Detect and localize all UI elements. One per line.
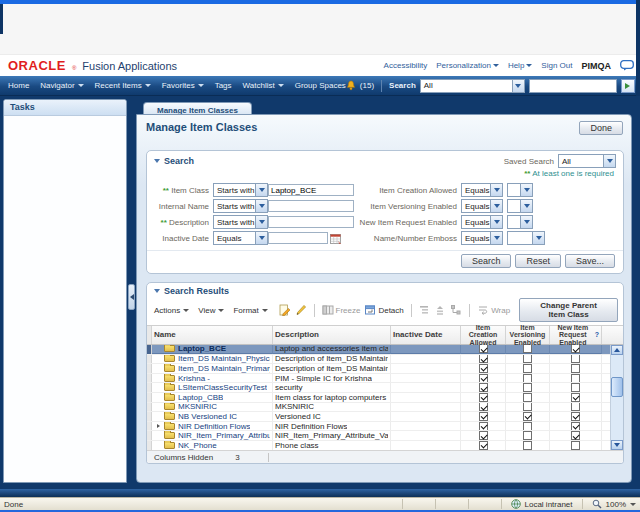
operator-select[interactable]: Starts with [213, 183, 268, 197]
scroll-down-icon[interactable] [611, 440, 623, 450]
item-versioning-checkbox[interactable] [523, 383, 532, 392]
item-class-link[interactable]: Item_DS Maintain_Primary+View It... [178, 364, 270, 373]
item-creation-checkbox[interactable] [479, 355, 488, 364]
column-header-inact[interactable]: Inactive Date [391, 326, 461, 344]
new-item-request-checkbox[interactable] [571, 403, 580, 412]
item-creation-checkbox[interactable] [479, 374, 488, 383]
nav-item-recent-items[interactable]: Recent Items [95, 81, 151, 90]
collapse-search-icon[interactable] [154, 159, 160, 163]
chevron-down-icon[interactable] [532, 232, 544, 244]
item-versioning-checkbox[interactable] [523, 403, 532, 412]
item-class-link[interactable]: Item_DS Maintain_Physical+View It... [178, 355, 270, 364]
global-link-accessibility[interactable]: Accessibility [384, 61, 428, 70]
chevron-down-icon[interactable] [255, 232, 267, 244]
item-class-link[interactable]: Krishna - [178, 374, 210, 383]
item-versioning-checkbox[interactable] [523, 422, 532, 431]
expand-icon[interactable] [154, 424, 162, 428]
search-go-icon[interactable] [621, 79, 635, 93]
column-header-nir[interactable]: New Item Request Enabled? [550, 326, 602, 344]
nav-item-group-spaces[interactable]: Group Spaces [295, 81, 346, 90]
item-creation-checkbox[interactable] [479, 403, 488, 412]
search-button[interactable]: Search [461, 254, 512, 268]
chevron-down-icon[interactable] [255, 184, 267, 196]
navbar-search-scope-select[interactable]: All [420, 79, 525, 93]
table-row[interactable]: NK_PhonePhone class [147, 441, 610, 450]
saved-search-select[interactable]: All [558, 154, 616, 168]
detach-icon[interactable]: Detach [364, 304, 403, 316]
zoom-icon[interactable] [592, 499, 602, 509]
table-row[interactable]: Laptop_CBBItem class for laptop computer… [147, 393, 610, 403]
item-versioning-checkbox[interactable] [523, 393, 532, 402]
new-item-request-checkbox[interactable] [571, 345, 580, 353]
operator-select[interactable]: Starts with [213, 215, 268, 229]
zoom-level[interactable]: 100% [606, 500, 626, 509]
new-item-request-checkbox[interactable] [571, 422, 580, 431]
splitter-collapse-handle[interactable] [128, 284, 135, 310]
go-up-icon[interactable] [418, 304, 430, 316]
menu-view[interactable]: View [198, 306, 224, 315]
menu-format[interactable]: Format [233, 306, 267, 315]
operator-select[interactable]: Equals [461, 183, 503, 197]
global-link-help[interactable]: Help [508, 61, 532, 70]
table-row[interactable]: Laptop_BCELaptop and accessories item cl… [147, 345, 610, 355]
operator-select[interactable]: Equals [461, 199, 503, 213]
item-creation-checkbox[interactable] [479, 393, 488, 402]
operator-select[interactable]: Equals [213, 231, 268, 245]
scrollbar-track[interactable] [611, 355, 623, 440]
chevron-down-icon[interactable] [520, 200, 532, 212]
operator-select[interactable]: Equals [461, 231, 503, 245]
new-item-request-checkbox[interactable] [571, 374, 580, 383]
column-header-desc[interactable]: Description [273, 326, 391, 344]
value-select[interactable] [507, 183, 533, 197]
chevron-down-icon[interactable] [603, 155, 615, 167]
item-class-link[interactable]: Laptop_BCE [178, 345, 226, 353]
new-item-request-checkbox[interactable] [571, 393, 580, 402]
panel-splitter[interactable] [127, 99, 136, 483]
change-parent-item-class-button[interactable]: Change Parent Item Class [519, 298, 618, 322]
global-link-personalization[interactable]: Personalization [436, 61, 499, 70]
reset-button[interactable]: Reset [515, 254, 561, 268]
item-creation-checkbox[interactable] [479, 422, 488, 431]
column-header-ive[interactable]: Item Versioning Enabled [506, 326, 550, 344]
collapse-results-icon[interactable] [154, 289, 160, 293]
zoom-dropdown-icon[interactable] [630, 503, 636, 506]
column-header-name[interactable]: Name [152, 326, 273, 344]
item-versioning-checkbox[interactable] [523, 355, 532, 364]
field-input-inactive-date[interactable] [268, 232, 328, 244]
item-creation-checkbox[interactable] [479, 412, 488, 421]
item-versioning-checkbox[interactable] [523, 441, 532, 450]
new-item-request-checkbox[interactable] [571, 441, 580, 450]
freeze-icon[interactable]: Freeze [322, 304, 361, 316]
table-row[interactable]: NB Versioned ICVersioned IC [147, 412, 610, 422]
table-row[interactable]: LSItemClassSecurityTestsecurity [147, 383, 610, 393]
item-versioning-checkbox[interactable] [523, 412, 532, 421]
item-creation-checkbox[interactable] [479, 441, 488, 450]
table-row[interactable]: NIR Definition FlowsNIR Definition Flows [147, 422, 610, 432]
item-versioning-checkbox[interactable] [523, 345, 532, 353]
navbar-search-input[interactable] [529, 79, 617, 93]
done-button[interactable]: Done [579, 121, 623, 135]
table-row[interactable]: MKSNIRICMKSNIRIC [147, 403, 610, 413]
notification-count[interactable]: (15) [360, 81, 374, 90]
table-row[interactable]: Item_DS Maintain_Primary+View It...Descr… [147, 364, 610, 374]
item-class-link[interactable]: MKSNIRIC [178, 403, 217, 412]
item-class-link[interactable]: Laptop_CBB [178, 393, 223, 402]
table-row[interactable]: NIR_Item_Primary_Attribute_Valid...NIR_I… [147, 431, 610, 441]
chevron-down-icon[interactable] [490, 232, 502, 244]
nav-item-navigator[interactable]: Navigator [40, 81, 83, 90]
scroll-up-icon[interactable] [611, 345, 623, 355]
nav-item-tags[interactable]: Tags [215, 81, 232, 90]
item-class-link[interactable]: NIR Definition Flows [178, 422, 250, 431]
chat-icon[interactable] [620, 60, 634, 71]
chevron-down-icon[interactable] [512, 80, 524, 92]
chevron-down-icon[interactable] [520, 184, 532, 196]
help-icon[interactable]: ? [595, 331, 599, 339]
item-class-link[interactable]: LSItemClassSecurityTest [178, 383, 267, 392]
create-icon[interactable] [279, 304, 291, 316]
chevron-down-icon[interactable] [255, 216, 267, 228]
global-link-sign-out[interactable]: Sign Out [541, 61, 572, 70]
table-row[interactable]: Krishna -PIM - Simple IC for Krishna [147, 374, 610, 384]
operator-select[interactable]: Equals [461, 215, 503, 229]
save-button[interactable]: Save... [565, 254, 615, 268]
item-class-link[interactable]: NIR_Item_Primary_Attribute_Valid... [178, 431, 270, 440]
